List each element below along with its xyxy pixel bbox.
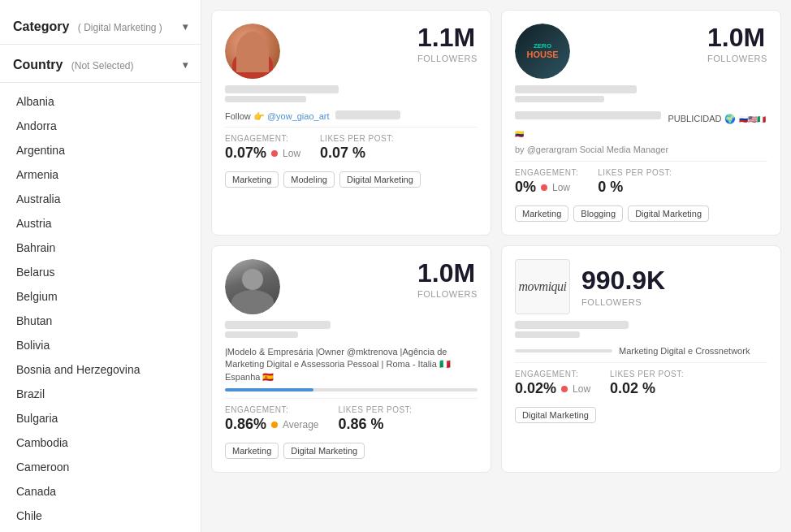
- tag-marketing-2[interactable]: Marketing: [515, 205, 568, 222]
- engagement-metric-4: ENGAGEMENT: 0.02% Low: [515, 370, 590, 397]
- publicidad-text: PUBLICIDAD 🌍: [668, 114, 735, 123]
- status-text-3: Average: [283, 419, 318, 430]
- profile-name-blurred-3: [225, 321, 331, 329]
- country-item-bolivia[interactable]: Bolivia: [0, 333, 201, 357]
- country-item-belarus[interactable]: Belarus: [0, 260, 201, 284]
- country-item-albania[interactable]: Albania: [0, 89, 201, 114]
- tag-blogging-2[interactable]: Blogging: [573, 205, 623, 222]
- country-item-austria[interactable]: Austria: [0, 211, 201, 236]
- profile-name-blurred-2: [515, 85, 637, 93]
- profile-sub-blurred-4: [515, 331, 580, 338]
- metrics-row-3: ENGAGEMENT: 0.86% Average LIKES PER POST…: [225, 398, 478, 433]
- avatar-4[interactable]: movmiqui: [515, 259, 570, 314]
- status-dot-1: [271, 150, 278, 157]
- status-dot-2: [541, 184, 547, 191]
- sidebar: Category ( Digital Marketing ) ▾ Country…: [0, 0, 201, 532]
- tag-marketing-3[interactable]: Marketing: [225, 443, 279, 459]
- country-item-chile[interactable]: Chile: [0, 504, 201, 528]
- likes-label-3: LIKES PER POST:: [339, 405, 413, 414]
- likes-label-4: LIKES PER POST:: [610, 370, 684, 378]
- tags-row-3: Marketing Digital Marketing: [225, 443, 478, 459]
- country-sub-label: (Not Selected): [71, 60, 134, 71]
- country-item-bulgaria[interactable]: Bulgaria: [0, 406, 201, 430]
- country-item-cameroon[interactable]: Cameroon: [0, 455, 201, 479]
- influencer-card-4: movmiqui 990.9K FOLLOWERS Marketing Digi…: [501, 245, 781, 473]
- progress-fill-3: [225, 388, 313, 391]
- tag-digital-1[interactable]: Digital Marketing: [339, 171, 421, 188]
- engagement-value-1: 0.07%: [225, 145, 266, 162]
- likes-metric-1: LIKES PER POST: 0.07 %: [320, 134, 394, 162]
- category-label: Category: [13, 19, 69, 33]
- influencer-card-2: ZERO HOUSE 1.0M FOLLOWERS PUBLICIDAD 🌍 🇷…: [501, 10, 781, 236]
- avatar-1[interactable]: [225, 24, 280, 79]
- country-item-bhutan[interactable]: Bhutan: [0, 309, 201, 333]
- country-item-belgium[interactable]: Belgium: [0, 284, 201, 309]
- country-label: Country: [13, 58, 63, 71]
- tag-marketing-1[interactable]: Marketing: [225, 171, 279, 188]
- follower-stats-2: 1.0M FOLLOWERS: [707, 24, 767, 63]
- likes-metric-4: LIKES PER POST: 0.02 %: [610, 370, 684, 397]
- category-sub-label: ( Digital Marketing ): [78, 22, 162, 33]
- bio-3: |Modelo & Empresária |Owner @mktrenova |…: [225, 346, 478, 383]
- followers-label-1: FOLLOWERS: [417, 54, 478, 63]
- country-item-andorra[interactable]: Andorra: [0, 114, 201, 138]
- country-filter-toggle[interactable]: Country (Not Selected) ▾: [13, 58, 188, 72]
- tag-modeling-1[interactable]: Modeling: [283, 171, 335, 188]
- country-item-brazil[interactable]: Brazil: [0, 382, 201, 406]
- engagement-label-1: ENGAGEMENT:: [225, 134, 300, 143]
- engagement-value-2: 0%: [515, 179, 536, 196]
- metrics-row-1: ENGAGEMENT: 0.07% Low LIKES PER POST: 0.…: [225, 127, 478, 162]
- likes-value-4: 0.02 %: [610, 380, 655, 397]
- status-dot-3: [271, 422, 278, 428]
- country-item-argentina[interactable]: Argentina: [0, 138, 201, 162]
- tags-row-4: Digital Marketing: [515, 407, 767, 423]
- engagement-label-2: ENGAGEMENT:: [515, 168, 578, 177]
- category-filter-toggle[interactable]: Category ( Digital Marketing ) ▾: [13, 19, 188, 34]
- follower-stats-4: 990.9K FOLLOWERS: [581, 266, 665, 306]
- chevron-down-icon: ▾: [183, 21, 188, 32]
- category-filter: Category ( Digital Marketing ) ▾: [0, 13, 201, 45]
- likes-value-1: 0.07 %: [320, 145, 365, 162]
- follower-count-1: 1.1M: [417, 24, 475, 52]
- follower-stats-1: 1.1M FOLLOWERS: [417, 24, 478, 63]
- country-item-bahrain[interactable]: Bahrain: [0, 236, 201, 260]
- tag-digital-3[interactable]: Digital Marketing: [283, 443, 365, 459]
- country-item-cambodia[interactable]: Cambodia: [0, 430, 201, 455]
- handle-text-1: @yow_giao_art: [267, 111, 330, 121]
- country-item-armenia[interactable]: Armenia: [0, 162, 201, 187]
- bio-follow-1: Follow 👉 @yow_giao_art: [225, 110, 478, 122]
- status-text-2: Low: [552, 182, 570, 193]
- avatar-3[interactable]: [225, 259, 280, 314]
- progress-4: [515, 349, 612, 353]
- avatar-2[interactable]: ZERO HOUSE: [515, 24, 570, 79]
- bio-row-4: Marketing Digital e Crossnetwork: [515, 346, 767, 356]
- publicidad-row: PUBLICIDAD 🌍 🇷🇺🇺🇸🇮🇹🇨🇴: [515, 110, 767, 140]
- follower-count-2: 1.0M: [707, 24, 765, 52]
- engagement-metric-1: ENGAGEMENT: 0.07% Low: [225, 134, 300, 162]
- tag-digital-2[interactable]: Digital Marketing: [628, 205, 709, 222]
- likes-metric-2: LIKES PER POST: 0 %: [598, 168, 672, 196]
- profile-handle-blurred-2: [515, 96, 604, 102]
- country-item-canada[interactable]: Canada: [0, 479, 201, 504]
- chevron-down-icon-country: ▾: [183, 59, 188, 71]
- tag-digital-4[interactable]: Digital Marketing: [515, 407, 596, 423]
- engagement-label-3: ENGAGEMENT:: [225, 405, 319, 414]
- text-logo-4: movmiqui: [515, 259, 570, 314]
- metrics-row-4: ENGAGEMENT: 0.02% Low LIKES PER POST: 0.…: [515, 362, 767, 397]
- follower-count-3: 1.0M: [417, 259, 475, 288]
- profile-info-1: [225, 85, 478, 102]
- tags-row-2: Marketing Blogging Digital Marketing: [515, 205, 767, 222]
- country-item-bosnia[interactable]: Bosnia and Herzegovina: [0, 357, 201, 382]
- profile-info-4: [515, 321, 767, 338]
- country-list: Albania Andorra Argentina Armenia Austra…: [0, 89, 201, 532]
- status-text-1: Low: [283, 148, 300, 159]
- likes-metric-3: LIKES PER POST: 0.86 %: [339, 405, 413, 433]
- engagement-value-4: 0.02%: [515, 380, 556, 397]
- country-item-australia[interactable]: Australia: [0, 187, 201, 211]
- likes-label-2: LIKES PER POST:: [598, 168, 672, 177]
- progress-bar-3: [225, 388, 478, 391]
- influencer-card-1: 1.1M FOLLOWERS Follow 👉 @yow_giao_art EN…: [211, 10, 491, 236]
- likes-label-1: LIKES PER POST:: [320, 134, 394, 143]
- profile-info-2: [515, 85, 767, 102]
- country-item-china[interactable]: China: [0, 528, 201, 532]
